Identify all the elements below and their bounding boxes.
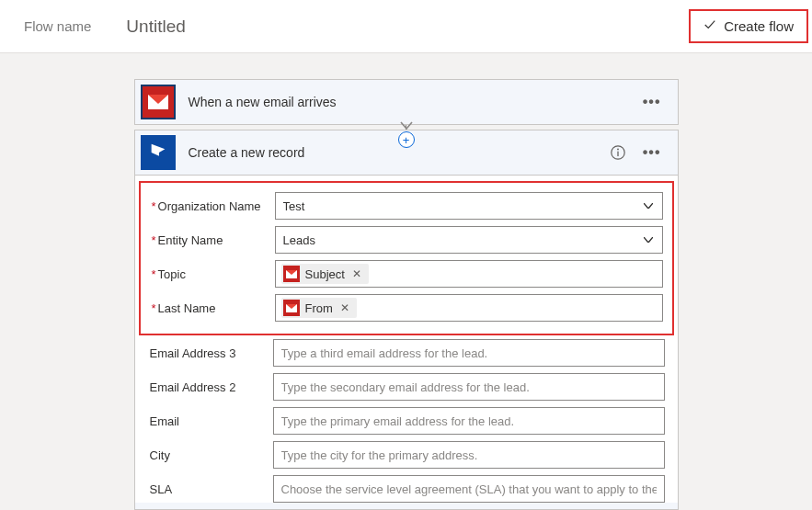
field-row-email3: Email Address 3: [148, 339, 665, 367]
flow-name-label: Flow name: [24, 18, 91, 34]
sla-input[interactable]: [273, 475, 665, 503]
optional-fields-group: Email Address 3 Email Address 2 Email Ci…: [135, 337, 678, 503]
action-card: Create a new record ••• *Organization Na…: [134, 130, 679, 510]
field-label: Email Address 3: [150, 346, 236, 360]
field-row-topic: *Topic Subject ✕: [150, 260, 663, 288]
field-row-org-name: *Organization Name Test: [150, 192, 663, 220]
step-connector: +: [134, 125, 679, 130]
gmail-icon: [141, 85, 176, 119]
entity-name-select[interactable]: Leads: [275, 226, 663, 254]
action-card-body: *Organization Name Test *Entity Name Lea…: [135, 175, 678, 503]
check-icon: [703, 18, 716, 34]
more-icon[interactable]: •••: [639, 144, 665, 161]
field-label: Organization Name: [158, 199, 261, 213]
remove-token-icon[interactable]: ✕: [338, 301, 351, 314]
action-title: Create a new record: [189, 145, 597, 160]
svg-rect-2: [617, 152, 618, 156]
dynamics-icon: [141, 135, 176, 170]
field-label: Email: [150, 414, 180, 428]
create-flow-label: Create flow: [724, 18, 794, 34]
field-label: Topic: [158, 267, 186, 281]
field-label: City: [150, 448, 170, 462]
add-step-button[interactable]: +: [398, 131, 415, 148]
last-name-input[interactable]: From ✕: [275, 294, 663, 322]
dynamic-token-from[interactable]: From ✕: [281, 298, 357, 318]
arrow-down-icon: [400, 121, 413, 130]
gmail-icon: [283, 266, 300, 282]
field-row-email: Email: [148, 407, 665, 435]
token-label: From: [305, 301, 333, 315]
remove-token-icon[interactable]: ✕: [350, 267, 363, 280]
create-flow-button[interactable]: Create flow: [689, 9, 808, 43]
top-bar: Flow name Untitled Create flow: [0, 0, 812, 53]
field-row-email2: Email Address 2: [148, 373, 665, 401]
info-icon[interactable]: [610, 144, 626, 161]
flow-title[interactable]: Untitled: [126, 17, 185, 37]
dynamic-token-subject[interactable]: Subject ✕: [281, 264, 369, 284]
svg-point-1: [617, 149, 619, 151]
field-row-entity-name: *Entity Name Leads: [150, 226, 663, 254]
gmail-icon: [283, 300, 300, 316]
field-label: SLA: [150, 482, 173, 496]
org-name-select[interactable]: Test: [275, 192, 663, 220]
trigger-card-header: When a new email arrives •••: [135, 80, 678, 124]
field-label: Email Address 2: [150, 380, 236, 394]
token-label: Subject: [305, 267, 345, 281]
email2-input[interactable]: [273, 373, 665, 401]
trigger-card[interactable]: When a new email arrives •••: [134, 79, 679, 125]
flow-canvas: When a new email arrives ••• + Create a …: [0, 53, 812, 510]
trigger-title: When a new email arrives: [189, 95, 626, 109]
field-label: Last Name: [158, 301, 216, 315]
topic-input[interactable]: Subject ✕: [275, 260, 663, 288]
email-input[interactable]: [273, 407, 665, 435]
field-row-city: City: [148, 441, 665, 469]
field-row-last-name: *Last Name From ✕: [150, 294, 663, 322]
city-input[interactable]: [273, 441, 665, 469]
field-row-sla: SLA: [148, 475, 665, 503]
required-fields-group: *Organization Name Test *Entity Name Lea…: [139, 181, 674, 335]
email3-input[interactable]: [273, 339, 665, 367]
field-label: Entity Name: [158, 233, 223, 247]
more-icon[interactable]: •••: [639, 94, 665, 110]
